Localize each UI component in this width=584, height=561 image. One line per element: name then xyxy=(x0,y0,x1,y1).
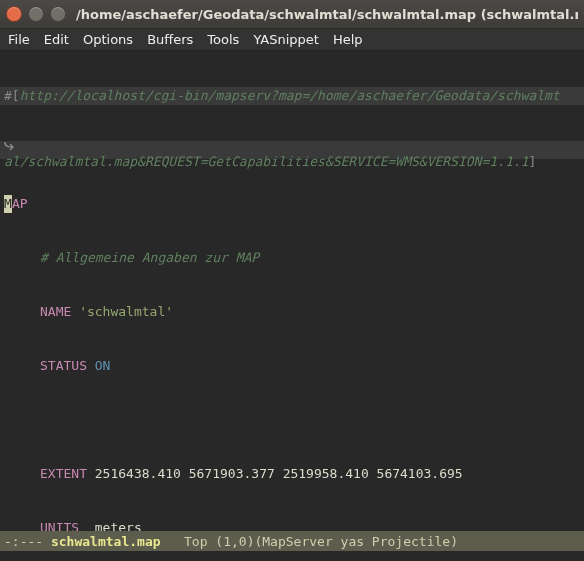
mode-line: -:--- schwalmtal.map Top (1,0) (MapServe… xyxy=(0,531,584,551)
window-title: /home/aschaefer/Geodata/schwalmtal/schwa… xyxy=(76,7,578,22)
close-icon[interactable] xyxy=(6,6,22,22)
line-comment-general: # Allgemeine Angaben zur MAP xyxy=(0,249,584,267)
modeline-flags: -:--- xyxy=(4,534,51,549)
menu-tools[interactable]: Tools xyxy=(207,32,239,47)
editor-area[interactable]: #[http://localhost/cgi-bin/mapserv?map=/… xyxy=(0,51,584,531)
wrap-icon xyxy=(4,141,584,153)
menu-edit[interactable]: Edit xyxy=(44,32,69,47)
minibuffer[interactable] xyxy=(0,551,584,561)
line-name: NAME 'schwalmtal' xyxy=(0,303,584,321)
menu-help[interactable]: Help xyxy=(333,32,363,47)
window-buttons xyxy=(6,6,66,22)
line-status: STATUS ON xyxy=(0,357,584,375)
text-cursor: M xyxy=(4,195,12,213)
line-units: UNITS meters xyxy=(0,519,584,531)
line-blank1 xyxy=(0,411,584,429)
maximize-icon[interactable] xyxy=(50,6,66,22)
line-url2: al/schwalmtal.map&REQUEST=GetCapabilitie… xyxy=(0,141,584,159)
line-url1: #[http://localhost/cgi-bin/mapserv?map=/… xyxy=(0,87,584,105)
minimize-icon[interactable] xyxy=(28,6,44,22)
modeline-buffer: schwalmtal.map xyxy=(51,534,161,549)
modeline-pos: Top (1,0) xyxy=(161,534,255,549)
url-part2: al/schwalmtal.map&REQUEST=GetCapabilitie… xyxy=(4,154,528,169)
modeline-modes: (MapServer yas Projectile) xyxy=(254,534,458,549)
menu-yasnippet[interactable]: YASnippet xyxy=(253,32,319,47)
menu-bar: File Edit Options Buffers Tools YASnippe… xyxy=(0,29,584,51)
line-extent: EXTENT 2516438.410 5671903.377 2519958.4… xyxy=(0,465,584,483)
window-titlebar: /home/aschaefer/Geodata/schwalmtal/schwa… xyxy=(0,0,584,29)
line-map: MAP xyxy=(0,195,584,213)
menu-buffers[interactable]: Buffers xyxy=(147,32,193,47)
menu-file[interactable]: File xyxy=(8,32,30,47)
menu-options[interactable]: Options xyxy=(83,32,133,47)
url-part1: http://localhost/cgi-bin/mapserv?map=/ho… xyxy=(20,88,560,103)
